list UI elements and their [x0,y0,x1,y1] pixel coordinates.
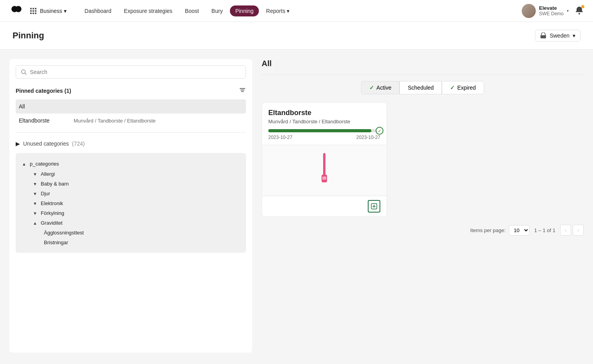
left-panel: Pinned categories (1) All Eltandborste M… [9,59,252,353]
nav-boost[interactable]: Boost [179,5,204,16]
svg-rect-3 [33,8,34,9]
business-dropdown[interactable]: Business ▾ [40,8,67,14]
svg-rect-4 [35,8,36,9]
card-header: Eltandborste Munvård / Tandborste / Elta… [262,103,387,145]
tab-scheduled[interactable]: Scheduled [400,81,442,94]
tree-root-node: ▲ p_categories ▼ Allergi ▼ Baby & barn ▼… [20,158,241,248]
right-panel: All ✓ Active Scheduled ✓ Expired Eltandb… [262,59,584,357]
user-profile[interactable]: Elevate SWE Demo ▾ [522,4,569,18]
baby-label: Baby & barn [41,181,69,187]
notification-bell[interactable] [575,6,584,16]
toothbrush-icon [318,153,330,188]
user-chevron-icon: ▾ [567,9,569,13]
business-label: Business [40,8,62,14]
svg-rect-7 [35,10,36,12]
expired-check-icon: ✓ [450,85,455,91]
status-tabs: ✓ Active Scheduled ✓ Expired [262,81,584,94]
pinning-card: Eltandborste Munvård / Tandborste / Elta… [262,102,387,217]
next-page-button[interactable]: › [573,225,584,236]
svg-rect-2 [30,8,32,9]
nav-exposure-strategies[interactable]: Exposure strategies [118,5,178,16]
notification-dot [581,5,584,8]
main-layout: Pinned categories (1) All Eltandborste M… [0,50,593,364]
unused-section[interactable]: ▶ Unused categories (724) [16,137,246,150]
graviditet-children: Ägglossningsttest Bristningar [42,228,241,247]
top-navigation: Business ▾ Dashboard Exposure strategies… [0,0,593,22]
per-page-select[interactable]: 10 25 50 [509,225,530,236]
logo [9,4,24,18]
user-name: Elevate [539,5,564,11]
allergi-label: Allergi [41,171,55,177]
bristningar-label: Bristningar [44,240,68,245]
tree-node-djur[interactable]: ▼ Djur [31,189,241,198]
tab-expired[interactable]: ✓ Expired [442,81,484,94]
tree-root-header[interactable]: ▲ p_categories [20,159,241,169]
svg-rect-12 [541,35,546,38]
items-per-page-label: Items per page: [470,227,505,233]
svg-line-14 [25,73,27,75]
svg-point-13 [22,70,25,74]
svg-rect-6 [33,10,34,12]
tree-root-collapse-icon: ▲ [22,162,27,166]
tree-node-allergi[interactable]: ▼ Allergi [31,169,241,179]
tab-active[interactable]: ✓ Active [361,81,400,94]
store-icon [540,32,546,39]
avatar [522,4,536,18]
pinned-category-eltandborste[interactable]: Eltandborste Munvård / Tandborste / Elta… [16,114,246,128]
nav-right: Elevate SWE Demo ▾ [522,4,584,18]
grid-icon[interactable] [30,7,37,14]
date-row: 2023-10-27 2023-10-27 [268,135,380,140]
svg-rect-5 [30,10,32,12]
svg-rect-18 [323,153,325,177]
tab-expired-label: Expired [457,85,475,91]
page-info: 1 – 1 of 1 [534,227,555,233]
nav-bury[interactable]: Bury [206,5,228,16]
filter-icon[interactable] [239,86,246,95]
nav-dashboard[interactable]: Dashboard [79,5,117,16]
search-box [16,65,246,79]
progress-bar-container: ✓ [268,129,380,132]
nav-links: Dashboard Exposure strategies Boost Bury… [79,5,522,16]
tree-node-elektronik[interactable]: ▼ Elektronik [31,198,241,208]
tree-node-agglossningsttest[interactable]: Ägglossningsttest [42,228,241,238]
user-info: Elevate SWE Demo [539,5,564,16]
store-selector[interactable]: Sweden ▾ [535,30,580,41]
tree-node-forkylning[interactable]: ▼ Förkylning [31,208,241,218]
add-pinning-button[interactable] [368,200,380,213]
right-heading: All [262,59,584,68]
progress-bar-background [268,129,380,132]
tree-node-baby[interactable]: ▼ Baby & barn [31,179,241,189]
tree-root-label: p_categories [30,161,59,167]
nav-pinning[interactable]: Pinning [230,5,259,16]
category-name: Eltandborste [19,117,74,124]
pagination: Items per page: 10 25 50 1 – 1 of 1 ‹ › [262,225,584,236]
tree-children: ▼ Allergi ▼ Baby & barn ▼ Djur ▼ Elektro… [31,169,241,247]
svg-point-11 [579,13,580,14]
agglossningsttest-label: Ägglossningsttest [44,230,84,236]
items-per-page: Items per page: 10 25 50 [470,225,529,236]
unused-count: (724) [72,141,85,147]
elektronik-toggle-icon: ▼ [33,201,38,206]
card-image-area [262,145,387,196]
page-navigation: ‹ › [560,225,584,236]
right-divider [262,74,584,75]
card-footer [262,196,387,216]
svg-rect-8 [30,13,32,14]
tree-node-graviditet[interactable]: ▲ Graviditet [31,218,241,228]
svg-rect-20 [322,177,326,180]
graviditet-label: Graviditet [41,220,63,226]
djur-label: Djur [41,191,50,196]
search-icon [21,69,27,75]
page-header: Pinning Sweden ▾ [0,22,593,50]
section-divider [16,132,246,133]
search-input[interactable] [30,69,241,75]
svg-rect-9 [33,13,34,14]
reports-chevron-icon: ▾ [287,8,289,14]
all-category-row[interactable]: All [16,99,246,114]
prev-page-button[interactable]: ‹ [560,225,571,236]
active-check-icon: ✓ [369,85,374,91]
nav-reports[interactable]: Reports ▾ [260,5,295,16]
elektronik-label: Elektronik [41,200,63,206]
pinned-section-title: Pinned categories (1) [16,88,71,94]
tree-node-bristningar[interactable]: Bristningar [42,238,241,247]
